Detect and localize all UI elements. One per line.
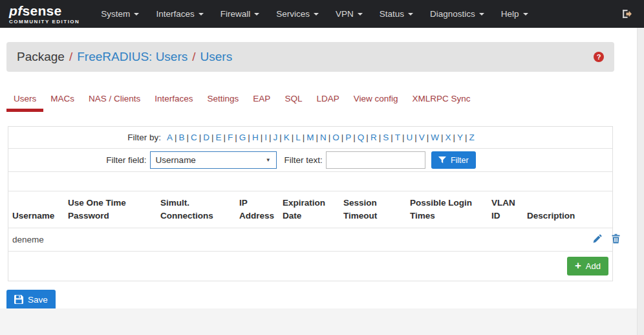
sign-out-icon[interactable] bbox=[619, 6, 635, 22]
breadcrumb-root: Package bbox=[17, 50, 65, 64]
tab-label: MACs bbox=[50, 94, 74, 103]
save-button[interactable]: Save bbox=[6, 290, 56, 310]
filter-field-select[interactable]: Username ▼ bbox=[150, 151, 277, 169]
letter-filter-link[interactable]: J bbox=[273, 133, 277, 142]
letter-filter-link[interactable]: P bbox=[345, 133, 351, 142]
tab-label: SQL bbox=[284, 94, 302, 103]
scrollbar-track[interactable] bbox=[637, 28, 644, 335]
menu-item-label: VPN bbox=[336, 9, 354, 19]
breadcrumb-page-link[interactable]: Users bbox=[200, 50, 233, 64]
tab-label: Interfaces bbox=[155, 94, 193, 103]
tab-label: View config bbox=[354, 94, 398, 103]
tab-label: NAS / Clients bbox=[89, 94, 140, 103]
separator: | bbox=[441, 133, 444, 142]
tab[interactable]: View config bbox=[347, 89, 405, 112]
breadcrumb-package-link[interactable]: FreeRADIUS: Users bbox=[77, 50, 188, 64]
letter-filter-link[interactable]: F bbox=[228, 133, 233, 142]
letter-filter-link[interactable]: O bbox=[332, 133, 339, 142]
letter-filter-link[interactable]: V bbox=[419, 133, 425, 142]
letter-filter-link[interactable]: M bbox=[306, 133, 314, 142]
column-header: VLAN ID bbox=[488, 191, 523, 228]
menu-item-label: Services bbox=[276, 9, 310, 19]
letter-filter-link[interactable]: W bbox=[431, 133, 439, 142]
letter-filter-link[interactable]: B bbox=[178, 133, 184, 142]
tab[interactable]: Settings bbox=[200, 89, 246, 112]
letter-filter-link[interactable]: C bbox=[191, 133, 197, 142]
table-footer-row: + Add bbox=[8, 252, 612, 281]
letter-filter-link[interactable]: S bbox=[383, 133, 389, 142]
breadcrumb: Package / FreeRADIUS: Users / Users ? bbox=[6, 42, 614, 72]
edit-pencil-icon[interactable] bbox=[592, 233, 603, 246]
separator: | bbox=[402, 133, 405, 142]
separator: | bbox=[427, 133, 429, 142]
menu-item[interactable]: Diagnostics bbox=[422, 0, 493, 28]
letter-filter-link[interactable]: Y bbox=[457, 133, 463, 142]
menu-item[interactable]: Help bbox=[493, 0, 537, 28]
tab[interactable]: Users bbox=[6, 89, 43, 112]
letter-filter-link[interactable]: X bbox=[445, 133, 451, 142]
menu-item[interactable]: VPN bbox=[327, 0, 371, 28]
menu-item[interactable]: Status bbox=[371, 0, 422, 28]
letter-filter-link[interactable]: K bbox=[284, 133, 290, 142]
tab[interactable]: LDAP bbox=[309, 89, 346, 112]
letter-filter-link[interactable]: T bbox=[395, 133, 400, 142]
letter-filter-link[interactable]: H bbox=[252, 133, 259, 142]
tab-label: XMLRPC Sync bbox=[412, 94, 470, 103]
brand-subtitle: COMMUNITY EDITION bbox=[9, 19, 80, 25]
delete-trash-icon[interactable] bbox=[611, 233, 621, 246]
column-header: Expiration Date bbox=[279, 191, 339, 228]
tab[interactable]: SQL bbox=[277, 89, 309, 112]
cell-ip-address bbox=[235, 228, 279, 252]
tab[interactable]: Interfaces bbox=[147, 89, 200, 112]
separator: | bbox=[224, 133, 226, 142]
separator: | bbox=[465, 133, 467, 142]
letter-filter-link[interactable]: A bbox=[167, 133, 173, 142]
letter-filter-link[interactable]: R bbox=[370, 133, 377, 142]
menu-item[interactable]: Interfaces bbox=[147, 0, 211, 28]
column-header: Description bbox=[523, 191, 583, 228]
letter-filter-link[interactable]: U bbox=[406, 133, 413, 142]
brand-pf: pf bbox=[9, 3, 22, 18]
filter-button[interactable]: Filter bbox=[431, 151, 476, 169]
menu-item[interactable]: Services bbox=[268, 0, 327, 28]
floppy-icon bbox=[14, 295, 23, 304]
letter-filter-link[interactable]: N bbox=[320, 133, 327, 142]
tab[interactable]: MACs bbox=[43, 89, 81, 112]
letter-filter-link[interactable]: D bbox=[203, 133, 209, 142]
pfsense-logo[interactable]: pfsense COMMUNITY EDITION bbox=[9, 4, 80, 25]
menu-item[interactable]: System bbox=[92, 0, 147, 28]
tab[interactable]: EAP bbox=[246, 89, 277, 112]
separator: | bbox=[341, 133, 344, 142]
filter-text-input[interactable] bbox=[326, 151, 425, 169]
menu-item[interactable]: Firewall bbox=[212, 0, 268, 28]
letter-filter-link[interactable]: G bbox=[239, 133, 246, 142]
caret-down-icon bbox=[523, 13, 528, 16]
separator: | bbox=[303, 133, 305, 142]
caret-down-icon bbox=[358, 13, 363, 16]
add-button[interactable]: + Add bbox=[567, 257, 608, 276]
tab[interactable]: XMLRPC Sync bbox=[405, 89, 477, 112]
caret-down-icon bbox=[408, 13, 413, 16]
letter-filter-link[interactable]: I bbox=[264, 133, 267, 142]
letter-filter-link[interactable]: Q bbox=[358, 133, 365, 142]
separator: | bbox=[414, 133, 417, 142]
breadcrumb-separator: / bbox=[65, 50, 77, 64]
cell-description bbox=[523, 228, 583, 252]
select-caret-icon: ▼ bbox=[266, 157, 271, 163]
letter-filter-link[interactable]: E bbox=[216, 133, 222, 142]
separator: | bbox=[328, 133, 331, 142]
help-icon[interactable]: ? bbox=[594, 52, 604, 62]
users-table: Username Use One Time Password Simult. C… bbox=[8, 191, 612, 281]
tab-bar: Users MACs NAS / Clients Interfaces Sett… bbox=[6, 89, 638, 112]
menu-item-label: Interfaces bbox=[156, 9, 194, 19]
main-menu: System Interfaces Firewall Services VPN bbox=[92, 0, 536, 28]
filter-controls-row: Filter field: Username ▼ Filter text: Fi… bbox=[8, 148, 612, 171]
letter-filter-link[interactable]: Z bbox=[469, 133, 475, 142]
tab[interactable]: NAS / Clients bbox=[81, 89, 147, 112]
tab-label: Users bbox=[14, 94, 36, 103]
menu-item-label: System bbox=[101, 9, 130, 19]
separator: | bbox=[292, 133, 294, 142]
filter-button-label: Filter bbox=[451, 156, 469, 165]
column-header: IP Address bbox=[235, 191, 279, 228]
letter-filter-link[interactable]: L bbox=[295, 133, 301, 142]
